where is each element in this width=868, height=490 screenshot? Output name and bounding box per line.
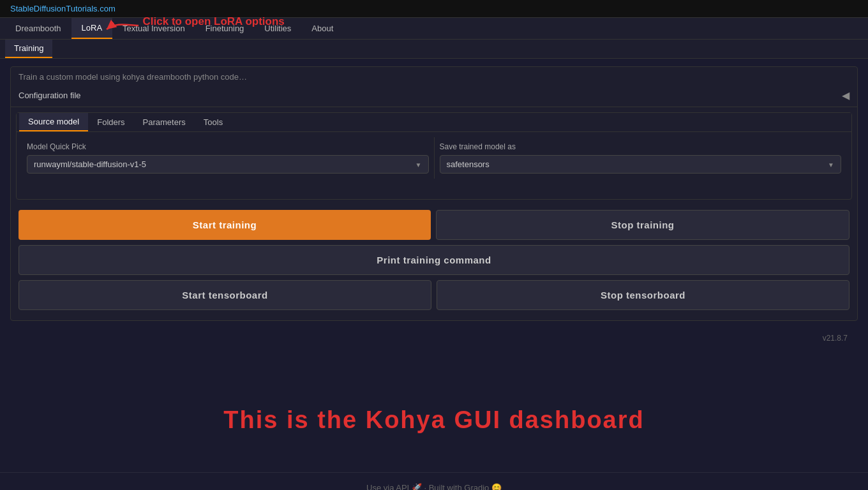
config-file-row: Configuration file ◀: [11, 84, 857, 107]
buttons-section: Start training Stop training Print train…: [11, 205, 857, 320]
training-description: Train a custom model using kohya dreambo…: [11, 67, 857, 84]
tab-textual-inversion[interactable]: Textual Inversion: [112, 18, 195, 39]
top-banner: StableDiffusionTutorials.com: [0, 0, 868, 18]
training-panel: Train a custom model using kohya dreambo…: [10, 66, 858, 321]
model-quick-pick-col: Model Quick Pick runwayml/stable-diffusi…: [22, 137, 434, 179]
tab-about[interactable]: About: [301, 18, 343, 39]
banner-text: StableDiffusionTutorials.com: [10, 4, 116, 13]
built-with-text: Built with Gradio: [429, 483, 490, 490]
center-heading: This is the Kohya GUI dashboard: [0, 355, 868, 459]
main-content: Train a custom model using kohya dreambo…: [0, 59, 868, 355]
print-command-button[interactable]: Print training command: [19, 245, 849, 275]
subtab-tools[interactable]: Tools: [195, 113, 232, 131]
save-trained-model-label: Save trained model as: [440, 142, 842, 151]
stop-tensorboard-button[interactable]: Stop tensorboard: [437, 280, 849, 310]
training-buttons-row: Start training Stop training: [19, 210, 849, 240]
tensorboard-buttons-row: Start tensorboard Stop tensorboard: [19, 280, 849, 310]
footer: Use via API 🚀 · Built with Gradio 😊: [0, 472, 868, 490]
save-trained-model-select[interactable]: safetensors: [440, 155, 842, 174]
tab-lora[interactable]: LoRA: [71, 18, 113, 39]
tab-finetuning[interactable]: Finetuning: [195, 18, 255, 39]
subtab-parameters[interactable]: Parameters: [134, 113, 195, 131]
tab-dreambooth[interactable]: Dreambooth: [5, 18, 71, 39]
source-model-panel: Source model Folders Parameters Tools Mo…: [16, 112, 852, 200]
start-training-button[interactable]: Start training: [19, 210, 431, 240]
source-model-tabs: Source model Folders Parameters Tools: [17, 113, 851, 132]
model-quick-pick-label: Model Quick Pick: [27, 142, 429, 151]
footer-separator: 🚀 ·: [412, 483, 429, 490]
config-arrow-icon[interactable]: ◀: [842, 89, 849, 101]
subtab-source-model[interactable]: Source model: [19, 113, 88, 131]
print-command-row: Print training command: [19, 245, 849, 275]
footer-emoji: 😊: [491, 483, 502, 490]
main-nav: Dreambooth LoRA Click to open LoRA optio…: [0, 18, 868, 40]
model-quick-pick-select[interactable]: runwayml/stable-diffusion-v1-5: [27, 155, 429, 174]
config-file-label: Configuration file: [19, 91, 842, 100]
training-tab-bar: Training: [0, 40, 868, 59]
tab-training[interactable]: Training: [5, 40, 52, 58]
model-fields-row: Model Quick Pick runwayml/stable-diffusi…: [17, 132, 851, 184]
version-text: v21.8.7: [10, 329, 858, 348]
tab-utilities[interactable]: Utilities: [254, 18, 301, 39]
start-tensorboard-button[interactable]: Start tensorboard: [19, 280, 431, 310]
use-api-text[interactable]: Use via API: [366, 483, 409, 490]
subtab-folders[interactable]: Folders: [88, 113, 133, 131]
save-trained-model-col: Save trained model as safetensors: [434, 137, 847, 179]
stop-training-button[interactable]: Stop training: [436, 210, 849, 240]
